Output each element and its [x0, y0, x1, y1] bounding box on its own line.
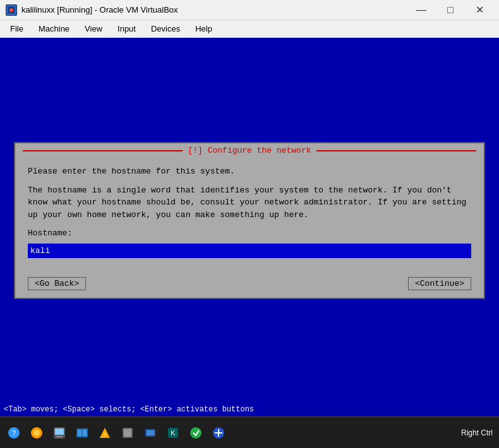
hostname-label: Hostname:	[28, 227, 471, 240]
menu-view[interactable]: View	[77, 21, 110, 36]
titlebar: kalilinuxx [Running] - Oracle VM Virtual…	[0, 0, 499, 20]
svg-rect-9	[55, 428, 64, 435]
app-icon	[5, 4, 18, 16]
vm-status-bar: <Tab> moves; <Space> selects; <Enter> ac…	[0, 403, 499, 416]
titlebar-controls: — □ ✕	[407, 0, 494, 20]
menu-help[interactable]: Help	[188, 21, 220, 36]
hostname-input-container[interactable]	[28, 244, 471, 259]
menu-devices[interactable]: Devices	[143, 21, 188, 36]
taskbar-icon-9[interactable]	[186, 423, 206, 443]
dialog-buttons: <Go Back> <Continue>	[15, 277, 484, 298]
svg-rect-17	[124, 429, 131, 437]
svg-point-7	[33, 430, 40, 436]
taskbar: ? !	[0, 416, 499, 448]
hostname-input[interactable]	[30, 246, 469, 256]
svg-rect-10	[56, 436, 63, 437]
taskbar-icon-1[interactable]: ?	[4, 423, 24, 443]
continue-button[interactable]: <Continue>	[408, 277, 471, 290]
vm-screen: [!] Configure the network Please enter t…	[0, 38, 499, 416]
menu-machine[interactable]: Machine	[31, 21, 77, 36]
maximize-button[interactable]: □	[436, 0, 465, 20]
taskbar-icon-2[interactable]	[27, 423, 47, 443]
menubar: File Machine View Input Devices Help	[0, 20, 499, 38]
taskbar-icon-5[interactable]: !	[95, 423, 115, 443]
window-title: kalilinuxx [Running] - Oracle VM Virtual…	[21, 5, 407, 15]
svg-point-3	[9, 8, 13, 12]
dialog-body1: Please enter the hostname for this syste…	[28, 165, 471, 178]
taskbar-right: Right Ctrl	[461, 428, 496, 437]
minimize-button[interactable]: —	[407, 0, 436, 20]
svg-text:!: !	[104, 432, 106, 438]
taskbar-icon-10[interactable]	[208, 423, 229, 443]
svg-text:K: K	[171, 429, 176, 437]
taskbar-icon-7[interactable]	[140, 423, 160, 443]
vm-status-text: <Tab> moves; <Space> selects; <Enter> ac…	[4, 405, 254, 414]
taskbar-icon-3[interactable]	[49, 423, 69, 443]
svg-rect-13	[83, 430, 87, 436]
menu-input[interactable]: Input	[110, 21, 143, 36]
dialog-title: [!] Configure the network	[183, 146, 316, 155]
dialog-body2: The hostname is a single word that ident…	[28, 184, 471, 221]
taskbar-icon-4[interactable]	[72, 423, 92, 443]
svg-text:?: ?	[12, 429, 16, 437]
svg-point-22	[190, 427, 201, 439]
close-button[interactable]: ✕	[465, 0, 494, 20]
go-back-button[interactable]: <Go Back>	[28, 277, 86, 290]
configure-network-dialog: [!] Configure the network Please enter t…	[14, 142, 485, 299]
svg-rect-12	[78, 430, 81, 436]
taskbar-icon-6[interactable]	[117, 423, 138, 443]
svg-rect-19	[147, 430, 154, 435]
menu-file[interactable]: File	[3, 21, 31, 36]
taskbar-icon-8[interactable]: K	[163, 423, 183, 443]
right-ctrl-label: Right Ctrl	[461, 428, 493, 437]
dialog-content: Please enter the hostname for this syste…	[15, 158, 484, 277]
